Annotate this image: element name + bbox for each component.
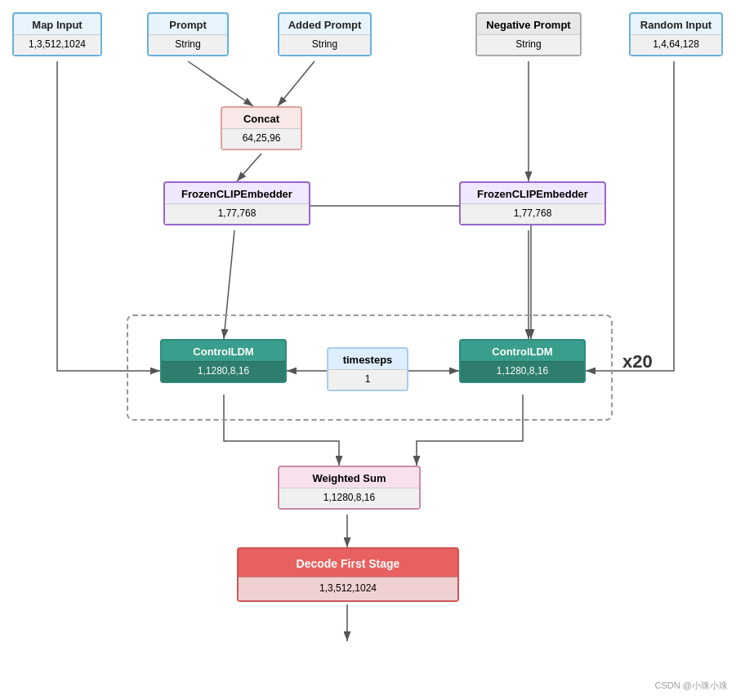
concat-title: Concat — [222, 108, 301, 128]
frozen-clip-2-value: 1,77,768 — [461, 203, 604, 224]
decode-node: Decode First Stage 1,3,512,1024 — [237, 547, 459, 602]
control-ldm-1-title: ControlLDM — [162, 341, 285, 361]
decode-value: 1,3,512,1024 — [239, 577, 457, 600]
added-prompt-title: Added Prompt — [279, 14, 370, 34]
prompt-title: Prompt — [149, 14, 227, 34]
weighted-sum-node: Weighted Sum 1,1280,8,16 — [278, 466, 421, 510]
prompt-node: Prompt String — [147, 12, 229, 56]
frozen-clip-1-value: 1,77,768 — [165, 203, 309, 224]
watermark: CSDN @小珠小珠 — [655, 680, 728, 692]
frozen-clip-1-title: FrozenCLIPEmbedder — [165, 183, 309, 203]
map-input-title: Map Input — [14, 14, 100, 34]
random-input-title: Random Input — [631, 14, 721, 34]
negative-prompt-value: String — [477, 34, 580, 55]
negative-prompt-title: Negative Prompt — [477, 14, 580, 34]
x20-label: x20 — [622, 351, 653, 372]
diagram: x20 Map Input 1,3,512,1024 Prompt String… — [0, 0, 736, 700]
prompt-value: String — [149, 34, 227, 55]
frozen-clip-2-node: FrozenCLIPEmbedder 1,77,768 — [459, 181, 606, 225]
frozen-clip-2-title: FrozenCLIPEmbedder — [461, 183, 604, 203]
weighted-sum-value: 1,1280,8,16 — [279, 488, 419, 508]
svg-line-1 — [188, 61, 253, 106]
control-ldm-1-node: ControlLDM 1,1280,8,16 — [160, 339, 287, 383]
control-ldm-2-title: ControlLDM — [461, 341, 584, 361]
map-input-value: 1,3,512,1024 — [14, 34, 100, 55]
random-input-value: 1,4,64,128 — [631, 34, 721, 55]
concat-value: 64,25,96 — [222, 128, 301, 149]
negative-prompt-node: Negative Prompt String — [475, 12, 582, 56]
frozen-clip-1-node: FrozenCLIPEmbedder 1,77,768 — [163, 181, 310, 225]
control-ldm-2-node: ControlLDM 1,1280,8,16 — [459, 339, 586, 383]
svg-line-3 — [237, 154, 261, 181]
random-input-node: Random Input 1,4,64,128 — [629, 12, 723, 56]
control-ldm-1-value: 1,1280,8,16 — [162, 361, 285, 381]
decode-title: Decode First Stage — [239, 549, 457, 577]
added-prompt-value: String — [279, 34, 370, 55]
added-prompt-node: Added Prompt String — [278, 12, 372, 56]
timesteps-title: timesteps — [328, 349, 407, 369]
concat-node: Concat 64,25,96 — [221, 106, 302, 150]
svg-line-2 — [278, 61, 314, 106]
control-ldm-2-value: 1,1280,8,16 — [461, 361, 584, 381]
map-input-node: Map Input 1,3,512,1024 — [12, 12, 102, 56]
timesteps-value: 1 — [328, 369, 407, 390]
weighted-sum-title: Weighted Sum — [279, 467, 419, 488]
timesteps-node: timesteps 1 — [327, 347, 408, 391]
